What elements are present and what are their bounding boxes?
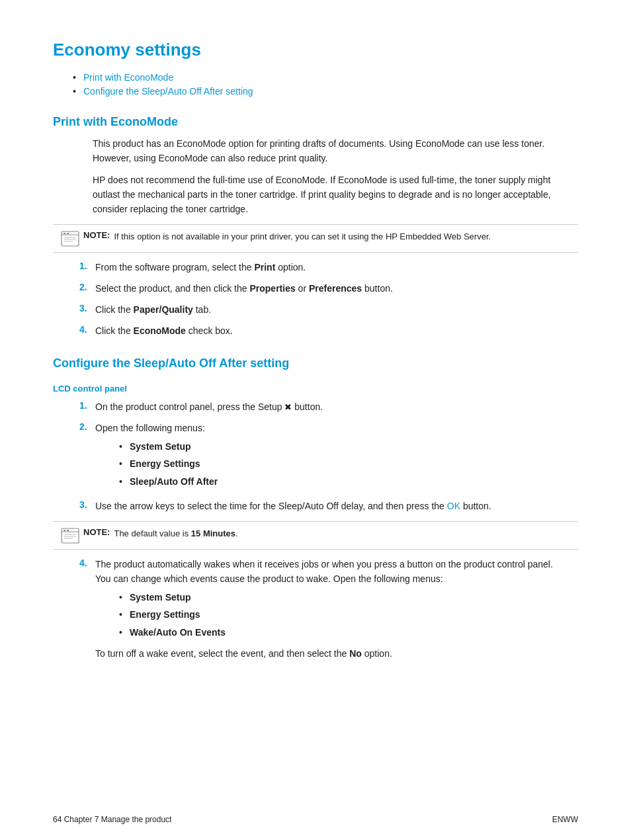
econoMode-note-text: If this option is not available in your … — [114, 230, 491, 243]
sleep-step-4-bullets: System Setup Energy Settings Wake/Auto O… — [119, 591, 565, 640]
subsection-lcd: LCD control panel — [53, 384, 578, 394]
bullet-wake-auto-events: Wake/Auto On Events — [119, 626, 565, 640]
svg-rect-3 — [67, 233, 69, 234]
sleep-step-3-num: 3. — [79, 499, 95, 510]
sleep-step-2-bullets: System Setup Energy Settings Sleep/Auto … — [119, 440, 218, 489]
sleep-step-4-num: 4. — [79, 558, 95, 568]
step-1: 1. From the software program, select the… — [79, 261, 565, 275]
section-title-sleepAuto: Configure the Sleep/Auto Off After setti… — [53, 357, 578, 370]
econoMode-para1: This product has an EconoMode option for… — [93, 137, 565, 165]
econoMode-note-box: NOTE: If this option is not available in… — [53, 224, 578, 253]
bullet-energy-settings-1: Energy Settings — [119, 457, 218, 472]
bullet-system-setup-2: System Setup — [119, 591, 565, 605]
step-1-num: 1. — [79, 261, 95, 271]
econoMode-note-label: NOTE: — [83, 230, 110, 240]
sleep-step-1: 1. On the product control panel, press t… — [79, 400, 565, 415]
page-title: Economy settings — [53, 40, 578, 60]
step-1-text: From the software program, select the Pr… — [95, 261, 306, 275]
sleepAuto-note-text: The default value is 15 Minutes. — [114, 527, 237, 540]
toc-link-sleepAuto[interactable]: Configure the Sleep/Auto Off After setti… — [83, 86, 253, 97]
step-2: 2. Select the product, and then click th… — [79, 282, 565, 296]
note-icon — [61, 231, 79, 247]
sleep-step-1-text: On the product control panel, press the … — [95, 400, 323, 415]
bullet-energy-settings-2: Energy Settings — [119, 608, 565, 622]
sleep-step-4: 4. The product automatically wakes when … — [79, 558, 565, 661]
sleep-step-2: 2. Open the following menus: System Setu… — [79, 421, 565, 493]
step-4: 4. Click the EconoMode check box. — [79, 324, 565, 339]
sleepAuto-note-box: NOTE: The default value is 15 Minutes. — [53, 521, 578, 550]
sleep-step-1-num: 1. — [79, 400, 95, 411]
footer: 64 Chapter 7 Manage the product ENWW — [0, 815, 631, 824]
footer-right: ENWW — [552, 815, 578, 824]
svg-rect-9 — [63, 530, 65, 531]
ok-link: OK — [447, 501, 460, 511]
svg-rect-2 — [63, 233, 65, 234]
step-3-num: 3. — [79, 303, 95, 314]
sleep-step-2-text: Open the following menus: System Setup E… — [95, 421, 218, 493]
svg-rect-10 — [67, 530, 69, 531]
step-2-num: 2. — [79, 282, 95, 292]
bullet-sleep-auto-off: Sleep/Auto Off After — [119, 475, 218, 489]
sleepAuto-steps: 1. On the product control panel, press t… — [79, 400, 565, 513]
econoMode-para2: HP does not recommend the full-time use … — [93, 173, 565, 216]
section-title-econoMode: Print with EconoMode — [53, 115, 578, 129]
sleep-step-2-num: 2. — [79, 421, 95, 432]
toc-item-sleepAuto[interactable]: Configure the Sleep/Auto Off After setti… — [73, 86, 578, 97]
step-4-text: Click the EconoMode check box. — [95, 324, 233, 339]
sleep-step-4-text: The product automatically wakes when it … — [95, 558, 565, 661]
bullet-system-setup-1: System Setup — [119, 440, 218, 454]
toc-list: Print with EconoMode Configure the Sleep… — [73, 72, 578, 97]
sleepAuto-note-label: NOTE: — [83, 527, 110, 537]
sleep-step-3: 3. Use the arrow keys to select the time… — [79, 499, 565, 514]
sleep-step-3-text: Use the arrow keys to select the time fo… — [95, 499, 491, 514]
sleepAuto-steps-2: 4. The product automatically wakes when … — [79, 558, 565, 661]
step-3: 3. Click the Paper/Quality tab. — [79, 303, 565, 317]
step-2-text: Select the product, and then click the P… — [95, 282, 393, 296]
toc-item-econoMode[interactable]: Print with EconoMode — [73, 72, 578, 83]
step-4-num: 4. — [79, 324, 95, 335]
toc-link-econoMode[interactable]: Print with EconoMode — [83, 72, 173, 83]
setup-icon: ✖ — [284, 401, 292, 414]
trailing-text: To turn off a wake event, select the eve… — [95, 647, 565, 661]
econoMode-steps: 1. From the software program, select the… — [79, 261, 565, 338]
footer-left: 64 Chapter 7 Manage the product — [53, 815, 171, 824]
note-icon-2 — [61, 528, 79, 544]
step-3-text: Click the Paper/Quality tab. — [95, 303, 211, 317]
